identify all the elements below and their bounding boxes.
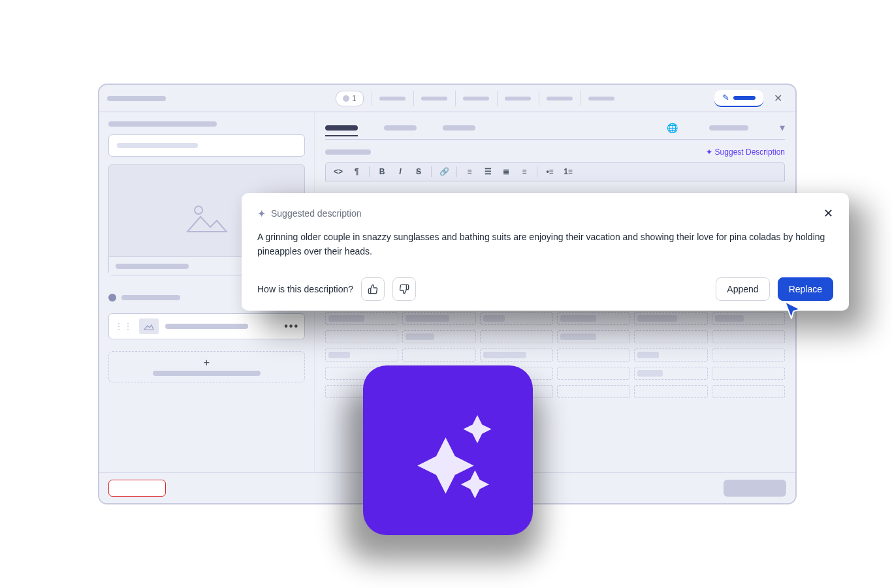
code-button[interactable]: <> (332, 167, 344, 176)
image-placeholder-icon (184, 202, 230, 238)
top-tab[interactable] (372, 91, 413, 106)
suggest-description-label: Suggest Description (715, 147, 785, 157)
plus-icon: + (204, 358, 210, 368)
align-right-button[interactable]: ≣ (500, 167, 512, 176)
count-value: 1 (352, 94, 357, 103)
top-tab[interactable] (455, 91, 497, 106)
append-button[interactable]: Append (716, 277, 769, 301)
ai-sparkle-tile (363, 365, 533, 535)
globe-icon: 🌐 (667, 123, 678, 133)
align-justify-button[interactable]: ≡ (518, 167, 530, 176)
content-tab-active[interactable] (325, 125, 358, 131)
edit-tab[interactable]: ✎ (714, 90, 763, 107)
content-tabs: 🌐 ▾ (325, 121, 785, 140)
align-left-button[interactable]: ≡ (464, 167, 475, 176)
paragraph-button[interactable]: ¶ (351, 167, 362, 176)
sidebar-input[interactable] (108, 134, 305, 157)
count-dot-icon (343, 95, 349, 102)
add-item-button[interactable]: + (108, 351, 305, 382)
content-tab[interactable] (384, 125, 417, 131)
pencil-icon: ✎ (722, 93, 729, 102)
modal-title: Suggested description (271, 208, 362, 219)
thumbs-up-icon (368, 284, 378, 294)
suggest-description-link[interactable]: ✦ Suggest Description (706, 147, 785, 157)
edit-label-placeholder (733, 96, 756, 100)
top-tab[interactable] (581, 91, 622, 106)
cursor-icon (782, 299, 804, 324)
suggested-description-text: A grinning older couple in snazzy sungla… (257, 230, 833, 259)
strike-button[interactable]: S (413, 167, 424, 176)
chevron-down-icon[interactable]: ▾ (780, 121, 785, 134)
rich-text-toolbar: <> ¶ B I S 🔗 ≡ ☰ ≣ ≡ •≡ 1≡ (325, 162, 785, 181)
italic-button[interactable]: I (394, 167, 406, 176)
align-center-button[interactable]: ☰ (482, 167, 494, 176)
delete-button[interactable] (108, 480, 166, 497)
locale-label-placeholder (709, 125, 748, 131)
thumbs-up-button[interactable] (361, 277, 385, 301)
sparkle-icon (389, 392, 507, 509)
link-button[interactable]: 🔗 (438, 167, 450, 176)
close-window-button[interactable]: ✕ (769, 92, 788, 104)
replace-button[interactable]: Replace (778, 277, 833, 301)
save-button[interactable] (724, 480, 786, 497)
bullet-list-button[interactable]: •≡ (544, 167, 556, 176)
thumbs-down-icon (399, 284, 409, 294)
suggested-description-modal: ✦ Suggested description ✕ A grinning old… (242, 193, 849, 311)
topbar: 1 ✎ ✕ (99, 85, 795, 112)
breadcrumb-placeholder (107, 96, 166, 101)
sparkle-icon: ✦ (257, 208, 266, 220)
replace-label: Replace (789, 284, 822, 294)
top-tab[interactable] (497, 91, 539, 106)
append-label: Append (727, 284, 758, 294)
thumbs-down-button[interactable] (392, 277, 416, 301)
description-field-header: ✦ Suggest Description (325, 147, 785, 157)
feedback-question: How is this description? (257, 284, 353, 294)
top-tab-group (372, 91, 622, 106)
modal-close-button[interactable]: ✕ (823, 206, 833, 221)
numbered-list-button[interactable]: 1≡ (562, 167, 574, 176)
section-icon (108, 294, 116, 302)
count-pill[interactable]: 1 (336, 91, 364, 106)
thumbnail-icon (139, 318, 159, 334)
sparkle-icon: ✦ (706, 147, 712, 157)
top-tab[interactable] (539, 91, 581, 106)
bold-button[interactable]: B (376, 167, 388, 176)
content-tab[interactable] (443, 125, 475, 131)
drag-handle-icon[interactable]: ⋮⋮ (114, 321, 133, 332)
sidebar-heading-placeholder (108, 121, 217, 127)
svg-point-0 (195, 206, 202, 214)
top-tab[interactable] (413, 91, 455, 106)
